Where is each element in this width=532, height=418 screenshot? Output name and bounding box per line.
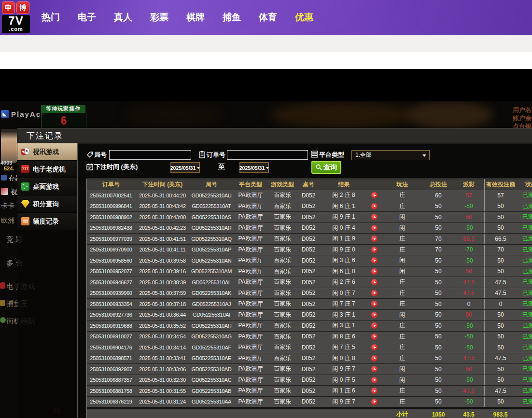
- cell-table_no: D052: [297, 277, 320, 288]
- cell-play: [367, 299, 381, 309]
- cell-status: 已派彩: [517, 353, 532, 364]
- cards-mini-icon: [1, 188, 8, 195]
- playace-brand: ◣ PlayAce: [1, 110, 46, 118]
- bg-menu-item: 视: [11, 188, 17, 196]
- replay-play-button[interactable]: [371, 257, 378, 264]
- cell-time: 2025-05-31 00:39:16: [135, 266, 190, 277]
- cell-result: 闲 0 庄 4: [320, 223, 367, 234]
- cell-result: 闲 0 庄 5: [320, 375, 367, 386]
- cell-round: GD052255310AP: [190, 245, 233, 255]
- cell-platform: PA欧洲厅: [233, 375, 268, 386]
- replay-play-button[interactable]: [371, 279, 378, 285]
- cell-platform: PA欧洲厅: [233, 255, 268, 266]
- table-row: 2505310069709002025-05-31 00:41:11GD0522…: [87, 245, 532, 256]
- replay-play-button[interactable]: [371, 268, 378, 275]
- cell-status: 已派彩: [517, 310, 532, 320]
- nav-item-3[interactable]: 真人: [114, 11, 132, 24]
- round-no-input[interactable]: [109, 150, 191, 160]
- cell-time: 2025-05-31 00:35:52: [135, 320, 190, 331]
- cell-valid: 50: [484, 255, 517, 266]
- replay-play-button[interactable]: [371, 203, 378, 209]
- query-button[interactable]: 查询: [311, 161, 341, 174]
- modal-sidebar: 视讯游戏电子老虎机桌面游戏积分查询额度记录: [17, 143, 77, 230]
- subtotal-row-payout: 43.5: [453, 411, 484, 418]
- cell-play: [367, 397, 381, 407]
- replay-play-button[interactable]: [371, 192, 378, 198]
- cell-status: 已派彩: [517, 223, 532, 234]
- cell-time: 2025-05-31 00:41:51: [135, 234, 190, 244]
- cell-bet: 庄: [381, 353, 423, 364]
- cell-total: 50: [423, 353, 453, 364]
- cell-order: 250531006977039: [87, 234, 135, 244]
- cell-payout: -50: [453, 223, 484, 234]
- cell-status: 已派彩: [517, 234, 532, 244]
- bet-records-modal: 下注记录 视讯游戏电子老虎机桌面游戏积分查询额度记录 局号 订单号: [17, 128, 532, 418]
- nav-item-6[interactable]: 捕鱼: [223, 11, 241, 24]
- cell-time: 2025-05-31 00:37:59: [135, 288, 190, 299]
- cell-valid: 70: [484, 245, 517, 255]
- cell-result: 闲 3 庄 1: [320, 320, 367, 331]
- bg-menu-item: 欧洲: [1, 216, 14, 225]
- date-to-button[interactable]: 2025/05/31: [239, 162, 269, 173]
- replay-play-button[interactable]: [371, 322, 378, 329]
- cell-platform: PA欧洲厅: [233, 299, 268, 309]
- address-bar[interactable]: https://gci.7vvvvvv.com/pc/pcv2/index.js…: [0, 52, 532, 70]
- replay-play-button[interactable]: [371, 355, 378, 362]
- cell-bet: 闲: [381, 223, 423, 234]
- replay-play-button[interactable]: [371, 247, 378, 253]
- cell-round: GD052255310AA: [190, 397, 233, 407]
- order-no-input[interactable]: [227, 150, 308, 160]
- cell-total: 70: [423, 245, 453, 255]
- sidebar-item-5[interactable]: 额度记录: [17, 213, 77, 230]
- cell-valid: 57: [484, 190, 517, 201]
- cell-result: 闲 9 庄 7: [320, 397, 367, 407]
- slot-mini-icon: [0, 282, 5, 289]
- browser-titlebar: e PlayAce - 个人 - Microsoft Edge: [0, 35, 532, 52]
- cell-platform: PA欧洲厅: [233, 320, 268, 331]
- replay-play-button[interactable]: [371, 214, 378, 220]
- replay-play-button[interactable]: [371, 225, 378, 231]
- cell-time: 2025-05-31 00:32:30: [135, 375, 190, 386]
- sidebar-item-3[interactable]: 桌面游戏: [17, 178, 77, 195]
- logo-badge-bo: 博: [16, 1, 29, 14]
- nav-item-1[interactable]: 热门: [42, 11, 60, 24]
- platform-type-select[interactable]: 1.全部: [351, 150, 430, 160]
- cell-time: 2025-05-31 00:34:14: [135, 342, 190, 353]
- cell-round: GD052255310AS: [190, 212, 233, 223]
- gem-icon: [21, 200, 29, 208]
- site-logo[interactable]: 申 博 7V .com: [2, 1, 31, 33]
- replay-play-button[interactable]: [371, 399, 378, 405]
- cell-status: 已派彩: [517, 299, 532, 309]
- nav-item-7[interactable]: 体育: [259, 11, 277, 24]
- cell-play: [367, 245, 381, 255]
- nav-item-4[interactable]: 彩票: [150, 11, 168, 24]
- replay-play-button[interactable]: [371, 366, 378, 372]
- replay-play-button[interactable]: [371, 312, 378, 318]
- replay-play-button[interactable]: [371, 301, 378, 307]
- date-from-button[interactable]: 2025/05/31: [170, 162, 200, 173]
- replay-play-button[interactable]: [371, 377, 378, 383]
- cell-payout: -50: [453, 255, 484, 266]
- chevron-down-icon: [266, 167, 269, 169]
- cell-platform: PA欧洲厅: [233, 353, 268, 364]
- nav-item-5[interactable]: 棋牌: [186, 11, 205, 24]
- replay-play-button[interactable]: [371, 388, 378, 394]
- cell-bet: 庄: [381, 201, 423, 212]
- cell-platform: PA欧洲厅: [233, 342, 268, 353]
- sidebar-item-2[interactable]: 电子老虎机: [17, 161, 77, 178]
- replay-play-button[interactable]: [371, 236, 378, 242]
- cell-result: 闲 6 庄 0: [320, 266, 367, 277]
- modal-main: 局号 订单号 平台类型 1.全部: [77, 143, 532, 418]
- sidebar-item-1[interactable]: 视讯游戏: [17, 143, 77, 161]
- replay-play-button[interactable]: [371, 344, 378, 350]
- cell-result: 闲 9 庄 7: [320, 364, 367, 375]
- cell-result: 闲 7 庄 7: [320, 299, 367, 309]
- replay-play-button[interactable]: [371, 290, 378, 296]
- cell-table_no: D052: [297, 223, 320, 234]
- replay-play-button[interactable]: [371, 334, 378, 340]
- nav-item-2[interactable]: 电子: [78, 11, 96, 24]
- nav-item-8[interactable]: 优惠: [295, 11, 313, 24]
- cell-round: GD052255310AN: [190, 255, 233, 266]
- sidebar-item-4[interactable]: 积分查询: [17, 195, 77, 213]
- header-status: 状态: [517, 179, 532, 190]
